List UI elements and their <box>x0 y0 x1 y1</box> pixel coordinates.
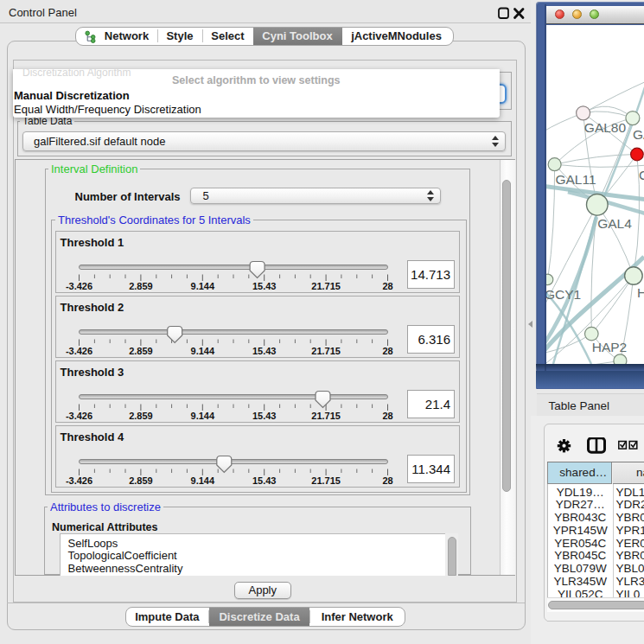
svg-text:-3.426: -3.426 <box>65 345 92 355</box>
svg-text:2.859: 2.859 <box>129 410 153 420</box>
svg-text:9.144: 9.144 <box>190 280 214 290</box>
svg-text:-3.426: -3.426 <box>65 280 92 290</box>
svg-text:GA: GA <box>633 127 644 142</box>
svg-text:28: 28 <box>382 410 392 420</box>
svg-text:9.144: 9.144 <box>190 475 214 485</box>
svg-text:GAL80: GAL80 <box>584 120 627 135</box>
svg-text:2.859: 2.859 <box>129 345 153 355</box>
svg-text:28: 28 <box>382 280 392 290</box>
svg-text:-3.426: -3.426 <box>65 475 92 485</box>
svg-text:HAP2: HAP2 <box>592 340 628 354</box>
svg-text:15.43: 15.43 <box>252 345 276 355</box>
svg-text:21.715: 21.715 <box>311 280 341 290</box>
svg-text:15.43: 15.43 <box>252 475 276 485</box>
svg-text:GCY1: GCY1 <box>546 287 581 302</box>
svg-text:C: C <box>639 168 644 182</box>
svg-text:2.859: 2.859 <box>129 475 153 485</box>
svg-text:H: H <box>637 285 644 300</box>
svg-text:21.715: 21.715 <box>311 475 341 485</box>
svg-text:-3.426: -3.426 <box>65 410 92 420</box>
svg-text:GAL4: GAL4 <box>597 216 632 231</box>
svg-text:15.43: 15.43 <box>252 280 276 290</box>
svg-text:15.43: 15.43 <box>252 410 276 420</box>
svg-text:21.715: 21.715 <box>311 410 341 420</box>
svg-text:9.144: 9.144 <box>190 410 214 420</box>
svg-text:28: 28 <box>382 475 392 485</box>
svg-text:2.859: 2.859 <box>129 280 153 290</box>
svg-text:9.144: 9.144 <box>190 345 214 355</box>
svg-text:28: 28 <box>382 345 392 355</box>
svg-text:GAL11: GAL11 <box>555 172 596 187</box>
svg-text:21.715: 21.715 <box>311 345 341 355</box>
